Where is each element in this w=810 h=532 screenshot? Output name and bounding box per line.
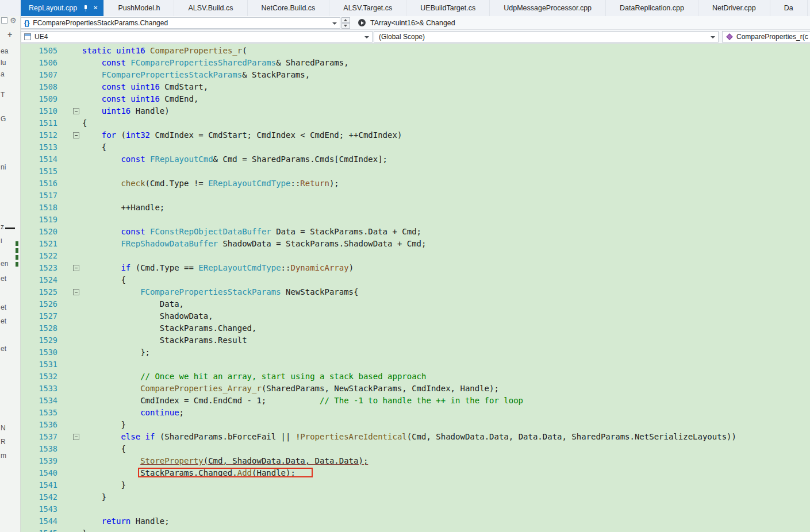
- code-line[interactable]: 1540 StackParams.Changed.Add(Handle);: [21, 467, 810, 479]
- tab-alsv-build-cs[interactable]: ALSV.Build.cs: [174, 0, 247, 16]
- tab-alsv-target-cs[interactable]: ALSV.Target.cs: [329, 0, 406, 16]
- project-icon: [24, 33, 31, 40]
- clipped-text: R: [1, 438, 6, 446]
- fold-column: [57, 515, 82, 527]
- line-number: 1517: [21, 190, 57, 202]
- code-line[interactable]: 1538 {: [21, 443, 810, 455]
- visual-studio-window: RepLayout.cpp✕PushModel.hALSV.Build.csNe…: [0, 0, 810, 532]
- code-line[interactable]: 1537 else if (SharedParams.bForceFail ||…: [21, 431, 810, 443]
- code-line[interactable]: 1527 ShadowData,: [21, 310, 810, 322]
- line-number: 1523: [21, 262, 57, 274]
- code-line[interactable]: 1528 StackParams.Changed,: [21, 322, 810, 334]
- code-line[interactable]: 1530 };: [21, 346, 810, 358]
- collapse-icon[interactable]: [73, 265, 79, 271]
- line-number: 1509: [21, 93, 57, 105]
- chevron-down-icon[interactable]: [332, 22, 337, 25]
- tab-netdriver-cpp[interactable]: NetDriver.cpp: [698, 0, 770, 16]
- code-line[interactable]: 1543: [21, 503, 810, 515]
- member-dropdown[interactable]: CompareProperties_r(c: [722, 31, 810, 43]
- code-text: CmdIndex = Cmd.EndCmd - 1; // The -1 to …: [82, 395, 523, 407]
- code-line[interactable]: 1516 check(Cmd.Type != ERepLayoutCmdType…: [21, 178, 810, 190]
- code-line[interactable]: 1545}: [21, 527, 810, 532]
- code-text: };: [82, 346, 150, 358]
- code-line[interactable]: 1512 for (int32 CmdIndex = CmdStart; Cmd…: [21, 129, 810, 141]
- fold-column: [57, 443, 82, 455]
- code-line[interactable]: 1521 FRepShadowDataBuffer ShadowData = S…: [21, 238, 810, 250]
- code-line[interactable]: 1513 {: [21, 141, 810, 153]
- code-line[interactable]: 1509 const uint16 CmdEnd,: [21, 93, 810, 105]
- scope-dropdown[interactable]: (Global Scope): [374, 31, 719, 43]
- code-line[interactable]: 1524 {: [21, 274, 810, 286]
- code-line[interactable]: 1518 ++Handle;: [21, 202, 810, 214]
- collapse-icon[interactable]: [73, 289, 79, 295]
- tab-pushmodel-h[interactable]: PushModel.h: [104, 0, 174, 16]
- method-icon: [726, 33, 732, 40]
- fold-column: [57, 250, 82, 262]
- line-number: 1513: [21, 141, 57, 153]
- pin-icon[interactable]: [83, 5, 89, 12]
- code-line[interactable]: 1517: [21, 190, 810, 202]
- code-text: static uint16 CompareProperties_r(: [82, 45, 247, 57]
- tab-uebuildtarget-cs[interactable]: UEBuildTarget.cs: [406, 0, 490, 16]
- tab-da[interactable]: Da: [770, 0, 808, 16]
- collapse-icon[interactable]: [73, 108, 79, 114]
- code-line[interactable]: 1522: [21, 250, 810, 262]
- code-line[interactable]: 1532 // Once we hit an array, start usin…: [21, 371, 810, 383]
- tab-replayout-cpp[interactable]: RepLayout.cpp✕: [21, 0, 104, 16]
- code-line[interactable]: 1525 FComparePropertiesStackParams NewSt…: [21, 286, 810, 298]
- spin-down-button[interactable]: [341, 23, 350, 29]
- code-line[interactable]: 1526 Data,: [21, 298, 810, 310]
- dock-square-icon[interactable]: [1, 17, 7, 24]
- line-number: 1508: [21, 81, 57, 93]
- tab-netcore-build-cs[interactable]: NetCore.Build.cs: [248, 0, 330, 16]
- code-line[interactable]: 1544 return Handle;: [21, 515, 810, 527]
- collapse-icon[interactable]: [73, 132, 79, 138]
- fold-column: [57, 69, 82, 81]
- gear-icon[interactable]: ⚙: [10, 16, 17, 25]
- code-text: {: [82, 117, 87, 129]
- chevron-down-icon[interactable]: [711, 36, 715, 38]
- code-line[interactable]: 1535 continue;: [21, 407, 810, 419]
- code-line[interactable]: 1506 const FComparePropertiesSharedParam…: [21, 57, 810, 69]
- close-icon[interactable]: ✕: [93, 5, 98, 11]
- code-line[interactable]: 1529 StackParams.Result: [21, 334, 810, 346]
- split-icon[interactable]: +: [7, 30, 12, 39]
- project-dropdown[interactable]: UE4: [21, 31, 373, 43]
- code-line[interactable]: 1523 if (Cmd.Type == ERepLayoutCmdType::…: [21, 262, 810, 274]
- chevron-down-icon[interactable]: [364, 36, 369, 38]
- fold-column: [57, 214, 82, 226]
- code-line[interactable]: 1514 const FRepLayoutCmd& Cmd = SharedPa…: [21, 153, 810, 165]
- spin-up-button[interactable]: [341, 17, 350, 23]
- code-line[interactable]: 1531: [21, 358, 810, 371]
- tab-label: Da: [784, 4, 793, 12]
- code-line[interactable]: 1511{: [21, 117, 810, 129]
- code-line[interactable]: 1520 const FConstRepObjectDataBuffer Dat…: [21, 226, 810, 238]
- code-line[interactable]: 1515: [21, 165, 810, 178]
- code-text: const FConstRepObjectDataBuffer Data = S…: [82, 226, 421, 238]
- definition-field[interactable]: TArray<uint16>& Changed: [358, 19, 455, 27]
- code-line[interactable]: 1541 }: [21, 479, 810, 491]
- tab-udpmessageprocessor-cpp[interactable]: UdpMessageProcessor.cpp: [490, 0, 606, 16]
- code-line[interactable]: 1508 const uint16 CmdStart,: [21, 81, 810, 93]
- code-editor[interactable]: 1505static uint16 CompareProperties_r(15…: [21, 44, 810, 532]
- code-line[interactable]: 1505static uint16 CompareProperties_r(: [21, 45, 810, 57]
- code-line[interactable]: 1542 }: [21, 491, 810, 503]
- line-number: 1535: [21, 407, 57, 419]
- fold-column: [57, 431, 82, 443]
- tab-label: DataReplication.cpp: [620, 4, 684, 12]
- tab-datareplication-cpp[interactable]: DataReplication.cpp: [606, 0, 698, 16]
- collapse-icon[interactable]: [73, 434, 79, 440]
- clipped-text: ea: [1, 47, 8, 55]
- code-line[interactable]: 1533 CompareProperties_Array_r(SharedPar…: [21, 383, 810, 395]
- code-line[interactable]: 1519: [21, 214, 810, 226]
- tab-label: ALSV.Target.cs: [343, 4, 392, 12]
- context-dropdown[interactable]: {} FComparePropertiesStackParams.Changed: [21, 17, 340, 29]
- code-line[interactable]: 1507 FComparePropertiesStackParams& Stac…: [21, 69, 810, 81]
- code-line[interactable]: 1510 uint16 Handle): [21, 105, 810, 117]
- code-line[interactable]: 1539 StoreProperty(Cmd, ShadowData.Data,…: [21, 455, 810, 467]
- code-text: }: [82, 419, 126, 431]
- code-line[interactable]: 1534 CmdIndex = Cmd.EndCmd - 1; // The -…: [21, 395, 810, 407]
- line-number: 1540: [21, 467, 57, 479]
- fold-column: [57, 419, 82, 431]
- code-line[interactable]: 1536 }: [21, 419, 810, 431]
